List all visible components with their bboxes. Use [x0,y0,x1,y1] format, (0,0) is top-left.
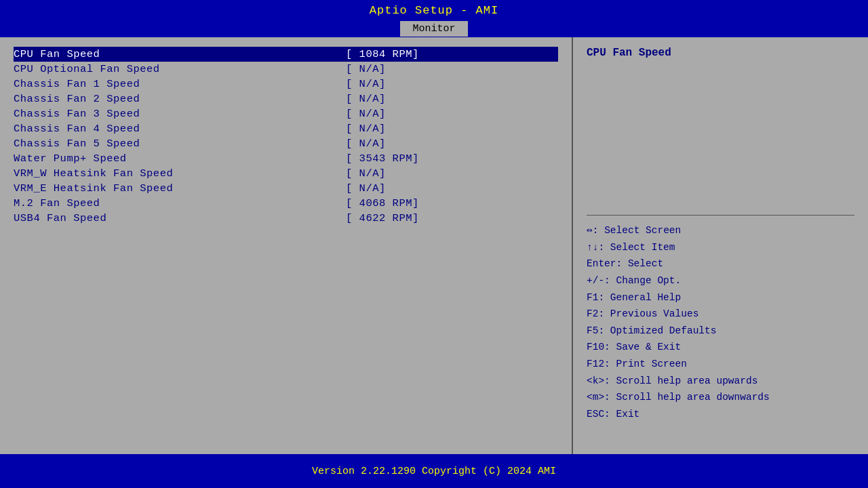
active-tab[interactable]: Monitor [400,21,467,37]
app-title: Aptio Setup - AMI [0,4,868,17]
menu-item[interactable]: CPU Fan Speed[ 1084 RPM] [14,47,558,62]
key-help-item: Enter: Select [587,256,854,272]
key-help-item: ESC: Exit [587,406,854,423]
item-value: [ 1084 RPM] [346,48,558,60]
menu-item[interactable]: USB4 Fan Speed[ 4622 RPM] [14,211,558,226]
help-divider [587,215,854,216]
menu-item[interactable]: Chassis Fan 2 Speed[ N/A] [14,92,558,106]
menu-item[interactable]: Chassis Fan 5 Speed[ N/A] [14,136,558,151]
menu-item[interactable]: Water Pump+ Speed[ 3543 RPM] [14,151,558,166]
key-help-item: ⇔: Select Screen [587,222,854,239]
key-help-item: F12: Print Screen [587,356,854,373]
item-value: [ N/A] [346,108,558,120]
item-label: Chassis Fan 3 Speed [14,108,346,120]
right-panel: CPU Fan Speed ⇔: Select Screen↑↓: Select… [573,37,868,454]
key-help-item: F10: Save & Exit [587,339,854,356]
item-value: [ N/A] [346,182,558,195]
item-value: [ N/A] [346,138,558,150]
key-help-item: <k>: Scroll help area upwards [587,373,854,390]
item-label: CPU Fan Speed [14,48,346,60]
key-help-list: ⇔: Select Screen↑↓: Select ItemEnter: Se… [587,222,854,423]
item-value: [ N/A] [346,93,558,105]
menu-item[interactable]: VRM_E Heatsink Fan Speed[ N/A] [14,181,558,196]
item-value: [ N/A] [346,167,558,180]
item-value: [ 3543 RPM] [346,152,558,165]
menu-item[interactable]: Chassis Fan 3 Speed[ N/A] [14,106,558,121]
item-value: [ 4622 RPM] [346,212,558,224]
item-value: [ N/A] [346,78,558,90]
item-value: [ N/A] [346,63,558,75]
item-label: Chassis Fan 5 Speed [14,138,346,150]
item-label: USB4 Fan Speed [14,212,346,224]
item-label: CPU Optional Fan Speed [14,63,346,75]
item-label: VRM_E Heatsink Fan Speed [14,182,346,195]
item-label: Chassis Fan 1 Speed [14,78,346,90]
key-help-item: <m>: Scroll help area downwards [587,389,854,406]
key-help-item: ↑↓: Select Item [587,239,854,256]
item-label: Chassis Fan 2 Speed [14,93,346,105]
item-label: M.2 Fan Speed [14,197,346,209]
footer-text: Version 2.22.1290 Copyright (C) 2024 AMI [312,466,556,477]
key-help-item: +/-: Change Opt. [587,272,854,289]
key-help-item: F1: General Help [587,289,854,306]
help-title: CPU Fan Speed [587,47,854,59]
menu-item[interactable]: CPU Optional Fan Speed[ N/A] [14,62,558,77]
item-value: [ N/A] [346,123,558,135]
footer: Version 2.22.1290 Copyright (C) 2024 AMI [0,454,868,488]
menu-item[interactable]: M.2 Fan Speed[ 4068 RPM] [14,196,558,211]
main-content: CPU Fan Speed[ 1084 RPM]CPU Optional Fan… [0,37,868,454]
item-label: Water Pump+ Speed [14,152,346,165]
menu-item[interactable]: Chassis Fan 1 Speed[ N/A] [14,77,558,92]
header: Aptio Setup - AMI Monitor [0,0,868,37]
key-help-item: F5: Optimized Defaults [587,323,854,340]
left-panel: CPU Fan Speed[ 1084 RPM]CPU Optional Fan… [0,37,573,454]
item-label: VRM_W Heatsink Fan Speed [14,167,346,180]
key-help-item: F2: Previous Values [587,306,854,323]
item-label: Chassis Fan 4 Speed [14,123,346,135]
item-value: [ 4068 RPM] [346,197,558,209]
menu-item[interactable]: VRM_W Heatsink Fan Speed[ N/A] [14,166,558,181]
menu-item[interactable]: Chassis Fan 4 Speed[ N/A] [14,121,558,136]
